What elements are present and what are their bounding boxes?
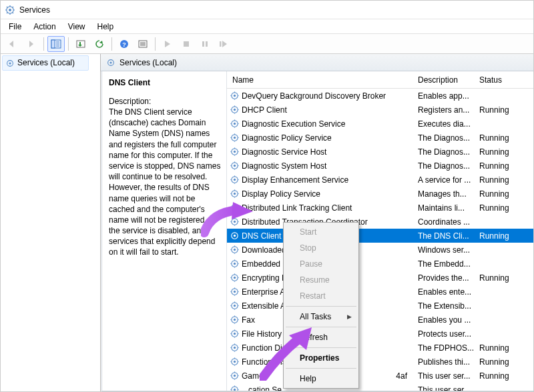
service-row[interactable]: Encrypting FileProvides the...Running — [227, 271, 533, 285]
service-row[interactable]: Display Policy ServiceManages th...Runni… — [227, 187, 533, 201]
toolbar-separator — [111, 37, 112, 51]
window-title: Services — [19, 5, 50, 15]
service-name: DHCP Client — [242, 105, 418, 115]
service-row[interactable]: Extensible AuthThe Extensib... — [227, 299, 533, 313]
properties-button[interactable] — [134, 36, 152, 52]
service-row[interactable]: Enterprise AppEnables ente... — [227, 285, 533, 299]
gear-icon — [227, 175, 242, 185]
detail-description-label: Description: — [109, 97, 222, 106]
service-row[interactable]: GameD4afThis user ser...Running — [227, 369, 533, 383]
list-rows: DevQuery Background Discovery BrokerEnab… — [227, 89, 533, 391]
service-row[interactable]: Function DiscoThe FDPHOS...Running — [227, 341, 533, 355]
help-button[interactable]: ? — [115, 36, 133, 52]
ctx-separator — [286, 327, 356, 327]
list-header: Name Description Status — [227, 71, 533, 89]
service-row[interactable]: Embedded MoThe Embedd... — [227, 257, 533, 271]
menu-view[interactable]: View — [63, 21, 91, 33]
gear-icon — [227, 147, 242, 157]
service-description: The DNS Cli... — [418, 231, 479, 241]
service-status: Running — [479, 147, 519, 157]
service-name: Display Enhancement Service — [242, 175, 418, 185]
service-row[interactable]: ...cation SeThis user ser... — [227, 383, 533, 391]
svg-point-37 — [233, 109, 235, 111]
svg-point-111 — [233, 291, 235, 293]
column-header-description[interactable]: Description — [418, 75, 479, 85]
column-header-status[interactable]: Status — [479, 75, 519, 85]
service-name: Diagnostic Policy Service — [242, 133, 418, 143]
service-row[interactable]: Diagnostic Execution ServiceExecutes dia… — [227, 117, 533, 131]
ctx-stop[interactable]: Stop — [285, 240, 357, 256]
service-description: Coordinates ... — [418, 217, 479, 227]
svg-line-8 — [13, 7, 14, 8]
svg-point-117 — [233, 305, 235, 307]
tree-root-services-local[interactable]: Services (Local) — [2, 55, 89, 71]
show-hide-tree-button[interactable] — [47, 36, 65, 52]
column-header-name[interactable]: Name — [227, 75, 418, 85]
svg-point-105 — [233, 277, 235, 279]
stop-service-button[interactable] — [178, 36, 195, 52]
export-list-button[interactable] — [72, 36, 89, 52]
service-row[interactable]: Distributed Link Tracking ClientMaintain… — [227, 201, 533, 215]
svg-point-123 — [233, 319, 235, 321]
menu-file[interactable]: File — [3, 21, 27, 33]
gear-icon — [227, 91, 242, 101]
menu-bar: File Action View Help — [1, 19, 533, 34]
service-row[interactable]: Distributed Transaction CoordinatorCoord… — [227, 215, 533, 229]
ctx-help[interactable]: Help — [285, 371, 357, 387]
gear-icon — [227, 301, 242, 311]
service-row[interactable]: Display Enhancement ServiceA service for… — [227, 173, 533, 187]
svg-line-6 — [7, 7, 8, 8]
ctx-refresh[interactable]: Refresh — [285, 329, 357, 345]
toolbar: ? — [1, 34, 533, 54]
service-row[interactable]: Diagnostic Policy ServiceThe Diagnos...R… — [227, 131, 533, 145]
gear-icon — [227, 203, 242, 213]
back-button[interactable] — [4, 36, 21, 52]
menu-help[interactable]: Help — [92, 21, 119, 33]
ctx-resume[interactable]: Resume — [285, 272, 357, 288]
service-row[interactable]: DNS ClientThe DNS Cli...Running — [227, 229, 533, 243]
svg-point-31 — [233, 95, 235, 97]
tree-pane: Services (Local) — [1, 54, 101, 391]
gear-icon — [227, 357, 242, 367]
service-description: The Extensib... — [418, 301, 479, 311]
service-row[interactable]: Function DiscoPublishes thi...Running — [227, 355, 533, 369]
refresh-button[interactable] — [91, 36, 108, 52]
service-row[interactable]: DevQuery Background Discovery BrokerEnab… — [227, 89, 533, 103]
ctx-all-tasks[interactable]: All Tasks ▶ — [285, 309, 357, 325]
ctx-start[interactable]: Start — [285, 224, 357, 240]
svg-point-147 — [233, 375, 235, 377]
service-description: This user ser... — [418, 371, 479, 381]
svg-point-99 — [233, 263, 235, 265]
gear-icon — [227, 259, 242, 269]
gear-icon — [227, 371, 242, 381]
service-row[interactable]: DHCP ClientRegisters an...Running — [227, 103, 533, 117]
service-description: Executes dia... — [418, 119, 479, 129]
ctx-restart[interactable]: Restart — [285, 288, 357, 304]
service-description: Maintains li... — [418, 203, 479, 213]
menu-action[interactable]: Action — [28, 21, 61, 33]
svg-rect-23 — [202, 41, 204, 47]
service-description: The Embedd... — [418, 259, 479, 269]
gear-icon — [227, 329, 242, 339]
service-row[interactable]: Downloaded MWindows ser... — [227, 243, 533, 257]
svg-point-1 — [9, 9, 11, 11]
service-row[interactable]: Diagnostic System HostThe Diagnos...Runn… — [227, 159, 533, 173]
svg-rect-25 — [220, 41, 222, 47]
service-row[interactable]: Diagnostic Service HostThe Diagnos...Run… — [227, 145, 533, 159]
ctx-separator — [286, 347, 356, 348]
content-header-label: Services (Local) — [119, 58, 177, 67]
restart-service-button[interactable] — [215, 36, 232, 52]
pause-service-button[interactable] — [196, 36, 214, 52]
service-row[interactable]: FaxEnables you ... — [227, 313, 533, 327]
service-list: Name Description Status DevQuery Backgro… — [226, 71, 533, 391]
forward-button[interactable] — [23, 36, 40, 52]
ctx-pause[interactable]: Pause — [285, 256, 357, 272]
service-status: Running — [479, 343, 519, 353]
service-status: Running — [479, 189, 519, 199]
service-row[interactable]: File History SerProtects user... — [227, 327, 533, 341]
svg-point-73 — [233, 193, 235, 195]
svg-point-67 — [233, 179, 235, 181]
ctx-properties[interactable]: Properties — [285, 350, 357, 366]
start-service-button[interactable] — [159, 36, 176, 52]
svg-point-79 — [233, 207, 235, 209]
